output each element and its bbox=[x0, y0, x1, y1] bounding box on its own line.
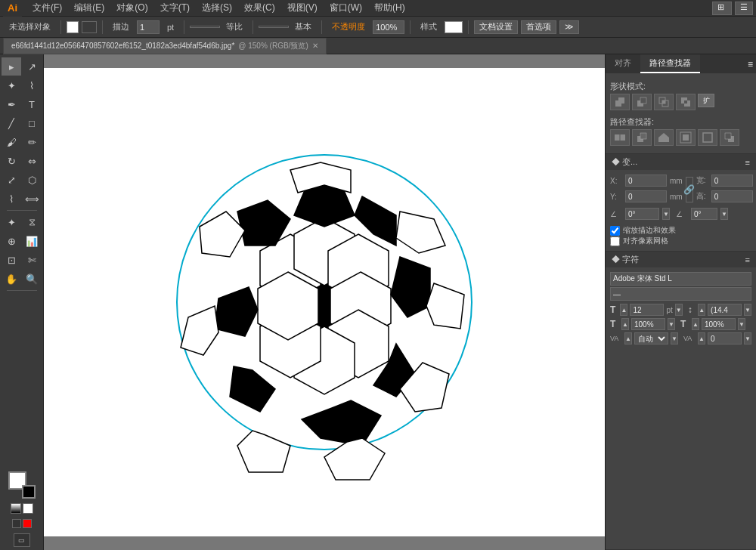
align-pixel-checkbox[interactable] bbox=[610, 236, 620, 246]
preferences-button[interactable]: 首选项 bbox=[521, 20, 556, 34]
workspace-options-button[interactable]: ≫ bbox=[559, 20, 579, 34]
tracking-select[interactable]: 自动 bbox=[634, 332, 668, 345]
line-tool[interactable]: ╱ bbox=[2, 114, 21, 132]
shear-down-arrow[interactable]: ▼ bbox=[720, 208, 728, 220]
menu-select[interactable]: 选择(S) bbox=[196, 0, 238, 16]
mirror-tool[interactable]: ⇔ bbox=[22, 152, 42, 170]
view-mode-mask[interactable] bbox=[23, 519, 32, 528]
none-color-button[interactable] bbox=[11, 503, 21, 514]
opacity-input[interactable] bbox=[373, 20, 404, 34]
leading-up-arrow[interactable]: ▲ bbox=[698, 304, 705, 316]
tab-close-button[interactable]: ✕ bbox=[312, 42, 318, 50]
menu-help[interactable]: 帮助(H) bbox=[368, 0, 411, 16]
hand-tool[interactable]: ✋ bbox=[2, 270, 21, 288]
transform-panel-header[interactable]: ◆ 变... ≡ bbox=[606, 154, 756, 170]
col-graph-tool[interactable]: 📊 bbox=[22, 232, 42, 250]
tracking-up-arrow[interactable]: ▲ bbox=[624, 332, 632, 345]
scale-stroke-checkbox[interactable] bbox=[610, 226, 620, 236]
rect-tool[interactable]: □ bbox=[22, 114, 42, 132]
panel-options-button[interactable]: ≡ bbox=[745, 54, 756, 73]
stroke-color-swatch[interactable] bbox=[22, 485, 36, 499]
font-size-input[interactable] bbox=[630, 304, 664, 316]
paintbrush-tool[interactable]: 🖌 bbox=[2, 133, 21, 151]
size-down-arrow[interactable]: ▼ bbox=[675, 304, 683, 316]
align-tab[interactable]: 对齐 bbox=[606, 54, 640, 73]
symbol-tool[interactable]: ⊕ bbox=[2, 232, 21, 250]
menu-edit[interactable]: 编辑(E) bbox=[68, 0, 110, 16]
font-name-input[interactable] bbox=[610, 272, 751, 286]
leading-down-arrow[interactable]: ▼ bbox=[744, 304, 751, 316]
view-screen-mode[interactable]: ▭ bbox=[14, 533, 30, 547]
view-mode-normal[interactable] bbox=[12, 519, 21, 528]
vscale-input[interactable] bbox=[702, 318, 736, 330]
lasso-tool[interactable]: ⌇ bbox=[22, 76, 42, 94]
arrangement-button[interactable]: ⊞ bbox=[712, 2, 732, 15]
minus-front-button[interactable] bbox=[632, 94, 652, 110]
shear-input[interactable] bbox=[691, 208, 717, 220]
text-tool[interactable]: T bbox=[22, 95, 42, 113]
slice-tool[interactable]: ✄ bbox=[22, 251, 42, 269]
pen-tool[interactable]: ✒ bbox=[2, 95, 21, 113]
transform-expand-icon[interactable]: ≡ bbox=[745, 158, 750, 167]
merge-button[interactable] bbox=[654, 129, 674, 146]
exclude-button[interactable] bbox=[676, 94, 696, 110]
vscale-up-arrow[interactable]: ▲ bbox=[692, 318, 699, 330]
crop-button[interactable] bbox=[676, 129, 696, 146]
tracking-down-arrow[interactable]: ▼ bbox=[671, 332, 678, 345]
zoom-tool[interactable]: 🔍 bbox=[22, 270, 42, 288]
menu-file[interactable]: 文件(F) bbox=[26, 0, 68, 16]
char-expand-icon[interactable]: ≡ bbox=[745, 255, 750, 264]
doc-settings-button[interactable]: 文档设置 bbox=[474, 20, 518, 34]
workspace-button[interactable]: ☰ bbox=[735, 2, 753, 15]
w-input[interactable] bbox=[711, 175, 753, 187]
leading-input[interactable] bbox=[708, 304, 742, 316]
chain-icon[interactable]: 🔗 bbox=[686, 177, 693, 202]
artboard-tool[interactable]: ⊡ bbox=[2, 251, 21, 269]
menu-effect[interactable]: 效果(C) bbox=[238, 0, 281, 16]
blend-tool[interactable]: ⧖ bbox=[22, 213, 42, 231]
outline-button[interactable] bbox=[698, 129, 717, 146]
select-tool[interactable]: ▸ bbox=[2, 57, 21, 76]
width-tool[interactable]: ⟺ bbox=[22, 190, 42, 208]
hscale-input[interactable] bbox=[631, 318, 665, 330]
menu-view[interactable]: 视图(V) bbox=[281, 0, 324, 16]
kern-input[interactable] bbox=[708, 332, 742, 345]
magic-wand-tool[interactable]: ✦ bbox=[2, 76, 21, 94]
intersect-button[interactable] bbox=[654, 94, 674, 110]
minus-back-button[interactable] bbox=[720, 129, 739, 146]
eyedropper-tool[interactable]: ✦ bbox=[2, 213, 21, 231]
scale-tool[interactable]: ⤢ bbox=[2, 171, 21, 189]
rotate-tool[interactable]: ↻ bbox=[2, 152, 21, 170]
stroke-width-input[interactable] bbox=[137, 20, 160, 34]
direct-select-tool[interactable]: ↗ bbox=[22, 57, 42, 76]
rotation-input[interactable] bbox=[625, 208, 659, 220]
h-input[interactable] bbox=[711, 190, 753, 202]
warp-tool[interactable]: ⌇ bbox=[2, 190, 21, 208]
menu-text[interactable]: 文字(T) bbox=[154, 0, 196, 16]
unite-button[interactable] bbox=[610, 94, 630, 110]
y-input[interactable] bbox=[625, 190, 667, 202]
trim-button[interactable] bbox=[632, 129, 652, 146]
divide-button[interactable] bbox=[610, 129, 630, 146]
menu-object[interactable]: 对象(O) bbox=[110, 0, 153, 16]
stroke-color-box[interactable] bbox=[82, 21, 97, 33]
x-input[interactable] bbox=[625, 175, 667, 187]
rotation-down-arrow[interactable]: ▼ bbox=[662, 208, 670, 220]
pencil-tool[interactable]: ✏ bbox=[22, 133, 42, 151]
fill-color-box[interactable] bbox=[67, 21, 79, 33]
hscale-up-arrow[interactable]: ▲ bbox=[621, 318, 629, 330]
font-style-input[interactable] bbox=[610, 287, 751, 301]
style-preview-box[interactable] bbox=[445, 21, 463, 33]
hscale-down-arrow[interactable]: ▼ bbox=[668, 318, 675, 330]
vscale-down-arrow[interactable]: ▼ bbox=[738, 318, 745, 330]
kern-down-arrow[interactable]: ▼ bbox=[744, 332, 751, 345]
pathfinder-tab[interactable]: 路径查找器 bbox=[640, 54, 700, 73]
expand-button[interactable]: 扩 bbox=[698, 94, 714, 107]
character-panel-header[interactable]: ◆ 字符 ≡ bbox=[606, 252, 756, 267]
size-up-arrow[interactable]: ▲ bbox=[620, 304, 627, 316]
swap-color-button[interactable]: ⇆ bbox=[23, 503, 33, 514]
kern-up-arrow[interactable]: ▲ bbox=[698, 332, 705, 345]
shear-tool[interactable]: ⬡ bbox=[22, 171, 42, 189]
menu-window[interactable]: 窗口(W) bbox=[324, 0, 368, 16]
document-tab[interactable]: e66fd1441d12e0566470857602ef6152_t0182a3… bbox=[3, 38, 327, 54]
